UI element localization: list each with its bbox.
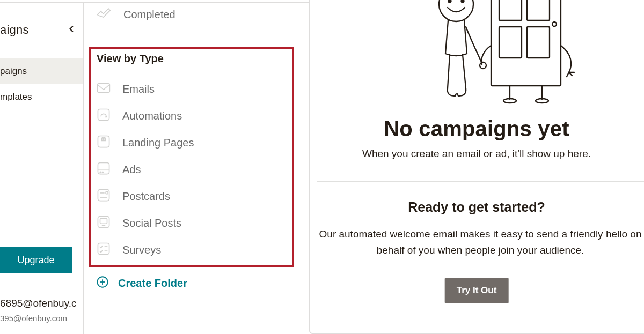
view-by-type-header: View by Type: [97, 53, 301, 65]
type-filter-label: Surveys: [122, 244, 161, 256]
main-content: No campaigns yet When you create an emai…: [309, 0, 644, 334]
nav-item-campaigns[interactable]: paigns: [0, 58, 83, 84]
get-started-body: Our automated welcome email makes it eas…: [317, 226, 644, 259]
svg-rect-12: [98, 216, 109, 227]
type-filter-emails[interactable]: Emails: [84, 76, 301, 102]
svg-point-3: [103, 138, 104, 139]
type-filter-postcards[interactable]: Postcards: [84, 183, 301, 210]
type-filter-label: Social Posts: [122, 217, 181, 229]
sidebar-nav: paigns mplates: [0, 58, 83, 110]
status-filter-completed[interactable]: Completed: [84, 3, 301, 33]
svg-rect-10: [106, 192, 108, 194]
chevron-left-icon[interactable]: [68, 25, 76, 35]
svg-point-6: [100, 172, 101, 173]
filter-panel: Completed View by Type Emails Automation…: [84, 3, 301, 334]
svg-rect-13: [100, 219, 107, 224]
svg-rect-8: [98, 189, 109, 201]
get-started-title: Ready to get started?: [309, 199, 644, 215]
postcard-icon: [97, 188, 111, 204]
sidebar: aigns paigns mplates Upgrade 6895@ofenbu…: [0, 3, 84, 334]
type-filter-label: Postcards: [122, 190, 170, 203]
nav-item-label: paigns: [0, 66, 27, 76]
status-filter-label: Completed: [123, 9, 175, 21]
envelope-icon: [97, 81, 111, 97]
type-filter-automations[interactable]: Automations: [84, 102, 301, 129]
landing-page-icon: [97, 135, 111, 151]
svg-point-7: [102, 172, 103, 173]
survey-icon: [97, 242, 111, 258]
type-filter-label: Automations: [122, 110, 182, 122]
account-email-secondary: 395@ofenbuy.com: [0, 314, 67, 323]
empty-state-title: No campaigns yet: [309, 117, 644, 141]
upgrade-button[interactable]: Upgrade: [0, 247, 72, 273]
upgrade-button-label: Upgrade: [17, 255, 54, 266]
sidebar-title: aigns: [0, 23, 29, 37]
type-filter-label: Ads: [122, 164, 141, 176]
account-email-primary[interactable]: 6895@ofenbuy.c: [0, 298, 77, 309]
type-filter-label: Emails: [122, 83, 155, 95]
main-divider: [317, 181, 644, 182]
check-badge-icon: [97, 6, 112, 23]
type-filter-surveys[interactable]: Surveys: [84, 236, 301, 263]
svg-rect-0: [98, 84, 110, 92]
status-divider: [94, 34, 290, 34]
ads-icon: [97, 161, 111, 177]
type-filter-landing-pages[interactable]: Landing Pages: [84, 129, 301, 156]
nav-item-templates[interactable]: mplates: [0, 84, 83, 110]
type-filter-ads[interactable]: Ads: [84, 156, 301, 183]
svg-rect-1: [98, 109, 109, 120]
social-post-icon: [97, 215, 111, 231]
type-filter-label: Landing Pages: [122, 137, 194, 149]
create-folder-button[interactable]: Create Folder: [96, 275, 301, 291]
automation-icon: [97, 108, 111, 124]
empty-state-subtitle: When you create an email or ad, it'll sh…: [309, 148, 644, 160]
type-filter-social-posts[interactable]: Social Posts: [84, 210, 301, 236]
svg-rect-15: [98, 243, 109, 254]
plus-circle-icon: [96, 275, 109, 291]
try-it-out-button[interactable]: Try It Out: [445, 278, 509, 303]
sidebar-header: aigns: [0, 3, 83, 37]
sidebar-divider: [0, 283, 83, 283]
try-it-out-label: Try It Out: [457, 285, 497, 295]
create-folder-label: Create Folder: [118, 277, 187, 290]
nav-item-label: mplates: [0, 92, 32, 102]
